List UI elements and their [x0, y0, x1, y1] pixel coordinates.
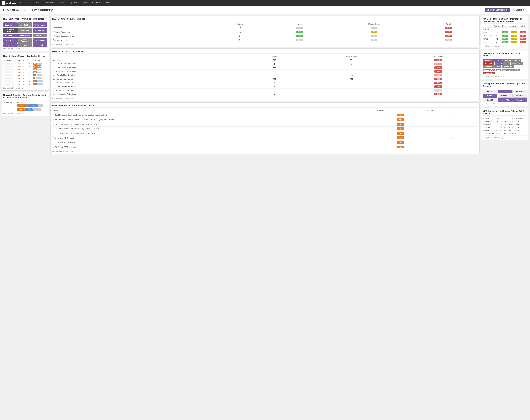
indicator-audit[interactable]: Audit [3, 43, 17, 47]
tag-other-os[interactable]: Other OS [512, 59, 521, 62]
indicator-group-policy[interactable]: Group Policy [33, 38, 47, 43]
audit-results-footer: Last Updated: 45 minutes ago [3, 113, 47, 115]
indicator-file-permissions[interactable]: File Permissions [33, 22, 47, 28]
nav-bar: t tenable.sc Dashboard ▼ Solutions Analy… [0, 0, 530, 6]
right-column: NIA Compliance Summary - International C… [481, 16, 529, 154]
table-row: ISO/IEC-2... 40 21% 2% 77% [483, 34, 527, 37]
os-fedora[interactable]: Fedora [483, 90, 497, 93]
table-row: 5.6 Ensure access to the su command is r… [52, 117, 478, 122]
tag-ie[interactable]: Internet Exp... [511, 62, 523, 65]
col-systems: Systems [209, 22, 270, 26]
best-practice-footer: Last Updated: 44 minutes ago [3, 48, 47, 50]
table-row: 172.26.68.118 28 6 54 [3, 80, 47, 83]
table-row: 172.26.68.118 54 0 87 87 [3, 68, 47, 71]
audit-col-ip: IP Address [3, 101, 16, 104]
indicator-collect[interactable]: Collect [33, 43, 47, 47]
vpr-col-solution: Solution [483, 117, 496, 120]
tag-microsoft-edge[interactable]: Microsoft E... [483, 65, 495, 68]
nav-scans[interactable]: Scans ▼ [57, 0, 67, 5]
os-centos[interactable]: CentOS [483, 98, 497, 102]
tag-open-source[interactable]: Open Sourc... [496, 69, 508, 71]
os-macosx[interactable]: Mac OS X [513, 94, 527, 98]
table-row: A10 – Unvalidated Redirects an... 4 5 60… [52, 92, 478, 96]
detected-software-title: Configuration Management - Detected Soft… [483, 52, 527, 58]
top-failed-table: IP Address Info M... H... Vulnerabili...… [3, 60, 47, 86]
tag-safari[interactable]: Safari [495, 65, 501, 68]
table-row: A3 – Cross-Site Scripting (XSS) 147 238 … [52, 66, 478, 70]
nav-users[interactable]: Users ▼ [103, 0, 113, 5]
os-ubuntu[interactable]: Ubuntu [498, 90, 512, 93]
tag-software-pe[interactable]: Software pe... [502, 65, 514, 68]
comp-col-failed: Failed [519, 25, 527, 28]
unsupported-os-title: Unsupported Product Summary - Operating … [483, 83, 527, 88]
table-row: 3.6.2 Ensure default deny firewall polic… [52, 127, 478, 131]
table-row: Apply the 11.57% 912 4386 12.36% [483, 126, 527, 129]
indicator-unauthorized[interactable]: Unauthorized [18, 34, 32, 37]
indicator-guest-account[interactable]: Guest Account [3, 22, 17, 28]
table-row: 172.26.68.118 125 0 88 88 125 [3, 65, 47, 68]
compliance-summary-card: NIA Compliance Summary - International C… [481, 16, 529, 49]
page-title: NIA Software Security Summary [3, 8, 53, 12]
os-grid: Fedora Ubuntu Slackware Debian Mandrake … [483, 90, 527, 102]
audit-col-vuln: Vulnerabilities [16, 101, 47, 104]
tfc-big-footer: Last Updated: 45 minutes ago [52, 151, 478, 152]
indicator-authentication[interactable]: Authentication [3, 34, 17, 37]
indicator-log[interactable]: Log [18, 43, 32, 47]
table-row: 172.26.68.118 28 6 54 [3, 83, 47, 86]
table-row: BSI-100-2 0 - - - [483, 28, 527, 31]
table-row: A7 – Missing Function Level Acc... 16 25… [52, 81, 478, 85]
os-debian[interactable]: Debian [483, 94, 497, 98]
audit-results-card: NIA Audit Results – Software Security Au… [1, 92, 49, 117]
tag-macos[interactable]: macOS [504, 59, 512, 62]
nav-analysis[interactable]: Analysis ▼ [44, 0, 57, 5]
nav-dashboard[interactable]: Dashboard ▼ [19, 0, 33, 5]
tag-windows-os[interactable]: Windows O... [483, 59, 495, 62]
middle-column: NIA – Software Security Ratio Bar System… [50, 16, 480, 154]
unsupported-os-footer: Last Updated: 44 minutes ago [483, 103, 527, 105]
tag-unsupported[interactable]: Unsupporte... [483, 72, 495, 75]
switch-dashboard-button[interactable]: ⊞ Switch Dashboard ▼ [485, 8, 510, 12]
page-header: NIA Software Security Summary ⊞ Switch D… [0, 6, 530, 14]
compliance-summary-title: NIA Compliance Summary - International C… [483, 18, 527, 24]
tag-linux-os[interactable]: Linux OS [495, 59, 504, 62]
table-row: Upgrade to 6.31% 75 990 2.79% [483, 129, 527, 132]
audit-table: IP Address Vulnerabilities 172.26.68.118… [3, 101, 47, 112]
indicator-administrator[interactable]: Administrator [33, 28, 47, 33]
owasp-card: OWASP Top 10 - Top 10 Indicators System … [50, 48, 480, 101]
tag-chrome[interactable]: Chrome [495, 62, 503, 65]
os-slackware[interactable]: Slackware [513, 90, 527, 93]
table-row: Upgrade to 25.47% 1023 4843 13.65% [483, 120, 527, 123]
unsupported-os-card: Unsupported Product Summary - Operating … [481, 81, 529, 106]
options-button[interactable]: ⚙ Options ▼ [511, 8, 527, 12]
owasp-col-system: System [245, 55, 304, 58]
os-opensuse[interactable]: openSUSE [498, 98, 512, 102]
tag-common-ap[interactable]: Common Ap... [483, 69, 495, 71]
table-row: 3.6.2 Ensure default deny firewall polic… [52, 122, 478, 127]
best-practice-card: NIA - Best Practice Compliance Indicator… [1, 16, 49, 51]
indicator-deny-access[interactable]: Deny Access [3, 38, 17, 43]
os-mandrake[interactable]: Mandrake [498, 94, 512, 98]
ratio-bar-footer: Last Updated: 44 minutes ago [52, 43, 478, 45]
indicator-windows-registry[interactable]: Windows Registry [3, 28, 17, 33]
table-row: Upgrade to 15.13% 768 4670 13.16% [483, 123, 527, 126]
top-failed-card: NIA – Software Security Top Failed Check… [1, 53, 49, 90]
table-row: A2 – Broken Authentication and ... 4 7 0… [52, 62, 478, 66]
os-microsoft[interactable]: Microsoft [513, 98, 527, 102]
left-column: NIA - Best Practice Compliance Indicator… [1, 16, 49, 154]
best-practice-title: NIA - Best Practice Compliance Indicator… [3, 18, 47, 21]
tag-firefox[interactable]: Firefox [503, 62, 510, 65]
tag-os-id-failed[interactable]: OS ID Faile... [483, 62, 494, 65]
nav-workflow[interactable]: Workflow ▼ [90, 0, 103, 5]
nav-reporting[interactable]: Reporting ▼ [68, 0, 81, 5]
indicator-local-user[interactable]: Local User [18, 28, 32, 33]
indicator-restricted[interactable]: Restricted [33, 34, 47, 37]
table-row: A4 – Insecure Direct Object Refe... 22 5… [52, 70, 478, 73]
tag-apps-vpr[interactable]: Apps w/VP... [508, 69, 520, 71]
indicator-disable-unnecessary[interactable]: Disable Unnecessary [18, 22, 32, 28]
indicator-blank-passwords[interactable]: Blank Passwords [18, 38, 32, 43]
col-vuln: Vulnerabili... [33, 60, 47, 62]
tfc-col-severity: Severity [376, 109, 425, 113]
nav-assets[interactable]: Assets [81, 0, 90, 5]
nav-solutions[interactable]: Solutions [33, 0, 44, 5]
gear-icon: ⚙ [513, 9, 515, 11]
